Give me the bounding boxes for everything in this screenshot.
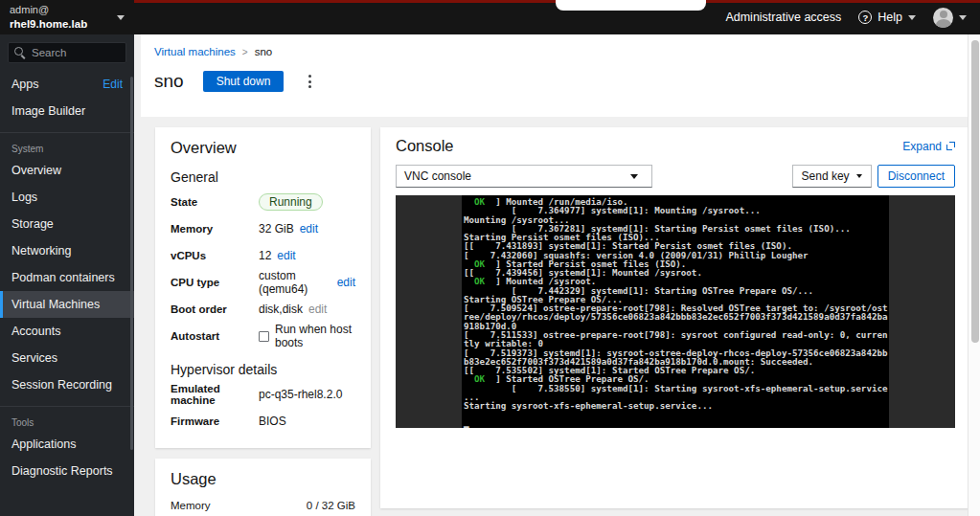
sidebar-item-networking[interactable]: Networking: [0, 237, 134, 264]
host-name: rhel9.home.lab: [10, 17, 87, 32]
console-line: Starting sysroot-xfs-ephemeral-setup.ser…: [464, 401, 889, 410]
sidebar-item-label: Overview: [11, 164, 61, 177]
row-value-text: 12: [259, 249, 271, 262]
page-scrollbar-track: [968, 34, 980, 516]
overview-row: FirmwareBIOS: [171, 408, 355, 435]
vnc-console-frame[interactable]: OK ] Mounted /run/media/iso. [ 7.364977]…: [396, 195, 955, 428]
sidebar-item-label: Storage: [11, 217, 54, 231]
row-label: CPU type: [171, 277, 259, 288]
sidebar-item-diagnostic-reports[interactable]: Diagnostic Reports: [0, 458, 134, 484]
usage-line: Memory0 / 32 GiB: [171, 500, 355, 511]
sidebar-item-label: Applications: [11, 437, 76, 451]
avatar-icon: [933, 8, 953, 28]
console-line: ▂: [464, 419, 889, 428]
console-type-select[interactable]: VNC console: [396, 165, 652, 188]
console-type-selected: VNC console: [404, 169, 471, 183]
console-line: [464, 410, 889, 418]
row-value-text: custom (qemu64): [259, 269, 331, 296]
question-circle-icon: ?: [858, 11, 872, 24]
masthead: Administrative access ? Help: [0, 0, 980, 34]
row-value: Run when host boots: [259, 323, 355, 349]
sidebar-item-label: Image Builder: [11, 104, 85, 118]
sidebar-search-input[interactable]: [8, 42, 126, 63]
vertical-dots-icon[interactable]: [303, 72, 317, 91]
sidebar-item-accounts[interactable]: Accounts: [0, 318, 134, 345]
breadcrumb: Virtual machines > sno: [154, 46, 954, 57]
sidebar-item-overview[interactable]: Overview: [0, 157, 134, 184]
sidebar-item-services[interactable]: Services: [0, 345, 134, 371]
overview-row: Boot orderdisk,diskedit: [171, 296, 355, 323]
sidebar-item-label: Networking: [11, 244, 72, 258]
overview-row: CPU typecustom (qemu64)edit: [171, 269, 355, 296]
browser-notch: [556, 0, 706, 11]
usage-label: Memory: [171, 500, 211, 511]
row-value-text: disk,disk: [259, 303, 303, 316]
sidebar-item-label: Session Recording: [11, 378, 112, 392]
sidebar-item-label: Apps: [11, 78, 39, 91]
user-menu[interactable]: [933, 8, 967, 28]
sidebar-section-header: Tools: [0, 411, 134, 431]
sidebar-nav: AppsEditImage BuilderSystemOverviewLogsS…: [0, 34, 134, 516]
breadcrumb-current: sno: [255, 46, 273, 57]
sidebar-item-apps[interactable]: AppsEdit: [0, 71, 134, 98]
row-value: pc-q35-rhel8.2.0: [259, 388, 342, 401]
overview-row: vCPUs12edit: [171, 242, 355, 269]
help-label: Help: [877, 11, 902, 24]
console-title: Console: [396, 137, 454, 155]
breadcrumb-separator: >: [242, 47, 248, 57]
row-value-text: BIOS: [259, 415, 286, 428]
row-label: Firmware: [171, 415, 259, 427]
sidebar-item-label: Virtual Machines: [11, 298, 100, 311]
edit-link[interactable]: edit: [300, 222, 318, 236]
general-subtitle: General: [171, 169, 355, 185]
sidebar-item-podman-containers[interactable]: Podman containers: [0, 264, 134, 291]
status-badge: Running: [259, 193, 323, 211]
sidebar-item-virtual-machines[interactable]: Virtual Machines: [0, 291, 134, 318]
edit-link[interactable]: edit: [277, 249, 295, 262]
console-line: ree/deploy/rhcos/deploy/57356ce06823a842…: [464, 312, 889, 321]
console-expand-link[interactable]: Expand: [902, 140, 955, 153]
overview-card: Overview General StateRunningMemory32 Gi…: [155, 127, 371, 448]
usage-title: Usage: [171, 470, 355, 488]
checkbox-label: Run when host boots: [275, 323, 355, 349]
shutdown-button[interactable]: Shut down: [203, 71, 285, 92]
host-switcher[interactable]: admin@ rhel9.home.lab: [0, 0, 134, 34]
row-label: Autostart: [171, 330, 259, 342]
sidebar-item-applications[interactable]: Applications: [0, 431, 134, 458]
page-header: Virtual machines > sno sno Shut down: [141, 34, 968, 117]
sidebar-group: SystemOverviewLogsStorageNetworkingPodma…: [0, 132, 134, 406]
page-scrollbar-thumb[interactable]: [971, 40, 979, 343]
row-value: Running: [259, 193, 323, 211]
sidebar-item-label: Diagnostic Reports: [11, 464, 113, 478]
usage-value: 0 / 32 GiB: [307, 500, 355, 511]
apps-edit-link[interactable]: Edit: [103, 78, 123, 91]
sidebar-item-label: Accounts: [11, 325, 60, 338]
row-value: BIOS: [259, 415, 286, 428]
row-label: vCPUs: [171, 250, 259, 261]
caret-down-icon: [117, 15, 125, 20]
edit-link[interactable]: edit: [337, 276, 355, 289]
overview-row: Emulated machinepc-q35-rhel8.2.0: [171, 381, 355, 408]
disconnect-button[interactable]: Disconnect: [877, 165, 955, 188]
overview-row: AutostartRun when host boots: [171, 323, 355, 349]
app-screen: Administrative access ? Help admin@ rhel…: [0, 0, 980, 516]
send-key-dropdown[interactable]: Send key: [792, 165, 872, 188]
console-line: [ 7.538550] systemd[1]: Starting sysroot…: [464, 384, 889, 393]
autostart-checkbox[interactable]: [259, 331, 269, 342]
sidebar-item-session-recording[interactable]: Session Recording: [0, 371, 134, 398]
administrative-access-label[interactable]: Administrative access: [725, 11, 841, 24]
host-user: admin@: [10, 3, 87, 16]
sidebar-item-logs[interactable]: Logs: [0, 184, 134, 211]
breadcrumb-virtual-machines[interactable]: Virtual machines: [154, 46, 236, 57]
usage-card: Usage Memory0 / 32 GiBCPU0% of 12 vCPUs: [155, 459, 371, 516]
row-label: Boot order: [171, 303, 259, 315]
help-menu[interactable]: ? Help: [858, 11, 916, 24]
row-value: 12edit: [259, 249, 296, 262]
row-value: custom (qemu64)edit: [259, 269, 355, 296]
sidebar-item-storage[interactable]: Storage: [0, 211, 134, 237]
sidebar-scrollbar[interactable]: [130, 77, 133, 450]
edit-link: edit: [308, 303, 327, 316]
sidebar-item-image-builder[interactable]: Image Builder: [0, 98, 134, 124]
expand-corners-icon: [946, 142, 955, 150]
vnc-screen[interactable]: OK ] Mounted /run/media/iso. [ 7.364977]…: [462, 195, 889, 428]
